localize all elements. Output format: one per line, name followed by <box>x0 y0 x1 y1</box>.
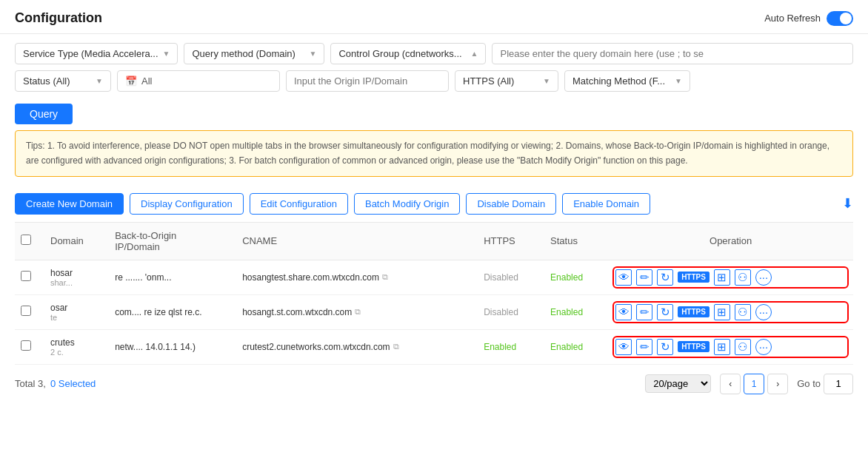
chevron-down-icon: ▼ <box>96 77 103 85</box>
table-row: osar te com.... re ize qlst re.c. hosang… <box>15 294 853 329</box>
row-checkbox[interactable] <box>21 340 31 351</box>
status-cell: Enabled <box>544 294 608 329</box>
origin-cell: com.... re ize qlst re.c. <box>109 294 236 329</box>
action-bar: Create New Domain Display Configuration … <box>0 186 868 222</box>
batch-modify-button[interactable]: Batch Modify Origin <box>354 193 460 215</box>
prev-page-button[interactable]: ‹ <box>720 374 741 394</box>
goto-input[interactable] <box>824 374 853 394</box>
matching-method-select[interactable]: Matching Method (F... ▼ <box>564 70 690 92</box>
https-icon[interactable]: HTTPS <box>678 272 710 283</box>
refresh-icon[interactable]: ↻ <box>657 304 673 320</box>
display-config-button[interactable]: Display Configuration <box>130 193 244 215</box>
auto-refresh-toggle[interactable] <box>827 11 853 26</box>
edit-icon[interactable]: ✏ <box>636 304 652 320</box>
page-header: Configuration Auto Refresh <box>0 0 868 34</box>
origin-input[interactable] <box>286 70 449 92</box>
table-icon[interactable]: ⊞ <box>714 304 730 320</box>
refresh-icon[interactable]: ↻ <box>657 269 673 286</box>
copy-icon[interactable]: ⧉ <box>355 307 361 317</box>
chevron-down-icon: ▼ <box>163 50 170 58</box>
control-group-select[interactable]: Control Group (cdnetworks... ▲ <box>330 43 486 64</box>
copy-icon[interactable]: ⧉ <box>382 272 388 282</box>
per-page-select-wrap: 20/page 50/page 100/page <box>645 374 711 393</box>
status-select[interactable]: Status (All) ▼ <box>15 70 111 92</box>
filter-row-2: Status (All) ▼ 📅 All HTTPS (All) ▼ Match… <box>15 70 853 92</box>
status-cell: Enabled <box>544 329 608 364</box>
col-status: Status <box>544 222 608 260</box>
edit-config-button[interactable]: Edit Configuration <box>250 193 348 215</box>
page-title: Configuration <box>15 10 102 26</box>
disable-domain-button[interactable]: Disable Domain <box>466 193 556 215</box>
more-icon[interactable]: ··· <box>755 269 772 286</box>
table-icon[interactable]: ⊞ <box>714 339 730 355</box>
cname-cell: crutest2.cunetworks.com.wtxcdn.com ⧉ <box>236 329 478 364</box>
col-origin: Back-to-OriginIP/Domain <box>109 222 236 260</box>
https-icon[interactable]: HTTPS <box>678 341 710 352</box>
table-row: hosar shar... re ....... 'onm... hosangt… <box>15 260 853 294</box>
auto-refresh-label: Auto Refresh <box>764 13 821 24</box>
table-footer: Total 3, 0 Selected 20/page 50/page 100/… <box>0 365 868 403</box>
refresh-icon[interactable]: ↻ <box>657 339 673 355</box>
col-cname: CNAME <box>236 222 478 260</box>
row-checkbox[interactable] <box>21 306 31 316</box>
origin-cell: netw.... 14.0.1.1 14.) <box>109 329 236 364</box>
auto-refresh-control: Auto Refresh <box>764 11 853 26</box>
col-domain: Domain <box>44 222 109 260</box>
chevron-down-icon: ▼ <box>543 77 550 85</box>
service-type-select[interactable]: Service Type (Media Accelera... ▼ <box>15 43 178 64</box>
goto-label: Go to <box>797 378 821 389</box>
https-select[interactable]: HTTPS (All) ▼ <box>455 70 558 92</box>
group-icon[interactable]: ⚇ <box>735 339 751 355</box>
domain-cell: osar te <box>44 294 109 329</box>
calendar-icon: 📅 <box>125 75 137 87</box>
domain-cell: crutes 2 c. <box>44 329 109 364</box>
view-icon[interactable]: 👁 <box>615 339 632 355</box>
origin-cell: re ....... 'onm... <box>109 260 236 294</box>
col-https: HTTPS <box>478 222 544 260</box>
copy-icon[interactable]: ⧉ <box>393 342 399 351</box>
goto-section: Go to <box>797 374 853 394</box>
query-button[interactable]: Query <box>15 104 73 124</box>
chevron-down-icon: ▼ <box>310 50 317 58</box>
view-icon[interactable]: 👁 <box>615 269 632 286</box>
operation-icons: 👁 ✏ ↻ HTTPS ⊞ ⚇ ··· <box>614 303 847 322</box>
chevron-down-icon: ▼ <box>675 77 682 85</box>
edit-icon[interactable]: ✏ <box>636 269 652 286</box>
operation-cell: 👁 ✏ ↻ HTTPS ⊞ ⚇ ··· <box>608 294 853 329</box>
total-label: Total 3, <box>15 378 46 389</box>
group-icon[interactable]: ⚇ <box>735 304 751 320</box>
operation-cell: 👁 ✏ ↻ HTTPS ⊞ ⚇ ··· <box>608 329 853 364</box>
filter-row-1: Service Type (Media Accelera... ▼ Query … <box>15 43 853 64</box>
more-icon[interactable]: ··· <box>755 304 772 320</box>
row-checkbox[interactable] <box>21 271 31 281</box>
domain-table: Domain Back-to-OriginIP/Domain CNAME HTT… <box>0 222 868 365</box>
select-all-checkbox[interactable] <box>21 235 31 245</box>
group-icon[interactable]: ⚇ <box>735 269 751 286</box>
domain-cell: hosar shar... <box>44 260 109 294</box>
date-picker[interactable]: 📅 All <box>117 70 280 92</box>
col-operation: Operation <box>608 222 853 260</box>
next-page-button[interactable]: › <box>767 374 788 394</box>
pagination: 20/page 50/page 100/page ‹ 1 › Go to <box>645 374 853 394</box>
table-header-row: Domain Back-to-OriginIP/Domain CNAME HTT… <box>15 222 853 260</box>
create-domain-button[interactable]: Create New Domain <box>15 193 124 215</box>
query-method-select[interactable]: Query method (Domain) ▼ <box>184 43 324 64</box>
download-icon[interactable]: ⬇ <box>842 195 853 212</box>
page-1-button[interactable]: 1 <box>744 374 764 394</box>
https-cell: Disabled <box>478 294 544 329</box>
filter-section: Service Type (Media Accelera... ▼ Query … <box>0 34 868 101</box>
edit-icon[interactable]: ✏ <box>636 339 652 355</box>
cname-cell: hosangtest.share.com.wtxcdn.com ⧉ <box>236 260 478 294</box>
chevron-up-icon: ▲ <box>471 50 478 58</box>
table-row: crutes 2 c. netw.... 14.0.1.1 14.) crute… <box>15 329 853 364</box>
enable-domain-button[interactable]: Enable Domain <box>562 193 650 215</box>
per-page-select[interactable]: 20/page 50/page 100/page <box>645 374 711 393</box>
table-icon[interactable]: ⊞ <box>714 269 730 286</box>
more-icon[interactable]: ··· <box>755 339 772 355</box>
domain-search-input[interactable] <box>492 43 853 64</box>
operation-cell: 👁 ✏ ↻ HTTPS ⊞ ⚇ ··· <box>608 260 853 294</box>
https-icon[interactable]: HTTPS <box>678 306 710 317</box>
view-icon[interactable]: 👁 <box>615 304 632 320</box>
status-cell: Enabled <box>544 260 608 294</box>
cname-cell: hosangt.st.com.wtxcdn.com ⧉ <box>236 294 478 329</box>
